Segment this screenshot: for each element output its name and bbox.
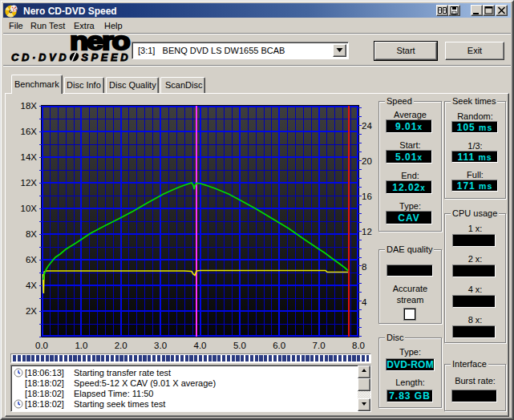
svg-text:6.0: 6.0 xyxy=(273,341,285,350)
svg-text:16: 16 xyxy=(362,192,372,201)
svg-text:10X: 10X xyxy=(21,204,38,213)
svg-text:16X: 16X xyxy=(21,127,38,136)
svg-text:4: 4 xyxy=(362,297,367,307)
svg-text:12X: 12X xyxy=(21,178,38,188)
svg-text:18X: 18X xyxy=(21,101,38,111)
svg-text:2X: 2X xyxy=(26,306,37,316)
svg-text:20: 20 xyxy=(362,156,372,166)
svg-text:7.0: 7.0 xyxy=(313,341,326,350)
svg-text:6X: 6X xyxy=(26,255,37,265)
svg-text:3.0: 3.0 xyxy=(154,341,167,350)
svg-text:1.0: 1.0 xyxy=(75,341,87,350)
svg-text:2.0: 2.0 xyxy=(115,341,127,350)
svg-text:24: 24 xyxy=(362,121,372,131)
svg-text:5.0: 5.0 xyxy=(233,341,246,350)
svg-text:14X: 14X xyxy=(21,152,38,162)
svg-text:12: 12 xyxy=(362,227,372,236)
svg-text:4X: 4X xyxy=(26,281,37,290)
svg-text:4.0: 4.0 xyxy=(194,341,207,350)
svg-text:8X: 8X xyxy=(26,229,37,239)
svg-text:0.0: 0.0 xyxy=(35,341,48,350)
svg-text:8: 8 xyxy=(362,262,366,272)
svg-text:8.0: 8.0 xyxy=(352,341,365,350)
